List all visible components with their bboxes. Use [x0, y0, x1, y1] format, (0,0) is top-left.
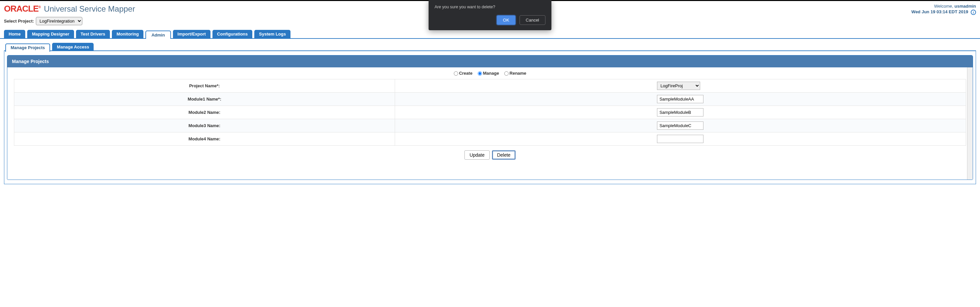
radio-create[interactable]: [454, 72, 458, 76]
module4-label: Module4 Name:: [14, 132, 395, 145]
tab-admin[interactable]: Admin: [145, 30, 171, 39]
tab-mapping-designer[interactable]: Mapping Designer: [27, 30, 74, 38]
delete-button[interactable]: Delete: [492, 150, 515, 160]
module2-cell: [395, 105, 966, 119]
module1-label: Module1 Name*:: [14, 92, 395, 105]
project-name-select[interactable]: LogFireProj: [657, 82, 700, 90]
tab-system-logs[interactable]: System Logs: [254, 30, 291, 38]
action-radio-group: Create Manage Rename: [7, 67, 973, 79]
project-name-label: Project Name*:: [14, 79, 395, 92]
oracle-logo: ORACLE®: [4, 4, 40, 14]
datetime-label: Wed Jun 19 03:14 EDT 2019: [911, 9, 968, 14]
app-title: Universal Service Mapper: [44, 4, 135, 14]
module3-label: Module3 Name:: [14, 119, 395, 132]
confirm-dialog: Are you sure you want to delete? OK Canc…: [429, 0, 551, 30]
project-form-table: Project Name*: LogFireProj Module1 Name*…: [14, 79, 966, 146]
tab-home[interactable]: Home: [4, 30, 25, 38]
manage-projects-panel: Manage Projects Create Manage Rename Pro…: [7, 55, 973, 180]
module4-input[interactable]: [657, 135, 703, 143]
radio-rename[interactable]: [504, 72, 509, 76]
brand-area: ORACLE® Universal Service Mapper: [4, 4, 135, 14]
tab-configurations[interactable]: Configurations: [212, 30, 252, 38]
button-row: Update Delete: [7, 146, 973, 180]
subtab-manage-projects[interactable]: Manage Projects: [5, 43, 50, 52]
project-select[interactable]: LogFireIntegration: [36, 17, 82, 25]
welcome-label: Welcome,: [934, 4, 955, 9]
module1-input[interactable]: [657, 95, 703, 103]
module2-input[interactable]: [657, 108, 703, 116]
module3-input[interactable]: [657, 121, 703, 130]
sub-tabstrip-wrap: Manage Projects Manage Access: [4, 42, 976, 51]
tab-import-export[interactable]: Import/Export: [173, 30, 210, 38]
radio-create-text: Create: [459, 71, 473, 76]
subtab-manage-access[interactable]: Manage Access: [52, 43, 94, 51]
table-row: Project Name*: LogFireProj: [14, 79, 966, 92]
welcome-line: Welcome, usmadmin: [911, 4, 976, 9]
module1-cell: [395, 92, 966, 105]
dialog-ok-button[interactable]: OK: [496, 15, 515, 25]
project-select-label: Select Project:: [4, 19, 34, 24]
radio-rename-text: Rename: [509, 71, 527, 76]
table-row: Module4 Name:: [14, 132, 966, 145]
table-row: Module3 Name:: [14, 119, 966, 132]
radio-manage[interactable]: [478, 72, 482, 76]
module2-label: Module2 Name:: [14, 105, 395, 119]
radio-create-label[interactable]: Create: [454, 71, 473, 76]
panel-header: Manage Projects: [7, 56, 973, 67]
radio-manage-label[interactable]: Manage: [478, 71, 499, 76]
panel-body: Create Manage Rename Project Name*: LogF…: [7, 67, 973, 180]
module3-cell: [395, 119, 966, 132]
header-right: Welcome, usmadmin Wed Jun 19 03:14 EDT 2…: [911, 4, 976, 15]
dialog-button-row: OK Cancel: [434, 15, 546, 25]
radio-rename-label[interactable]: Rename: [504, 71, 527, 76]
dialog-cancel-button[interactable]: Cancel: [520, 15, 546, 25]
tab-test-drivers[interactable]: Test Drivers: [76, 30, 110, 38]
radio-manage-text: Manage: [483, 71, 499, 76]
main-tabstrip: Home Mapping Designer Test Drivers Monit…: [0, 30, 980, 39]
tab-monitoring[interactable]: Monitoring: [112, 30, 143, 38]
table-row: Module2 Name:: [14, 105, 966, 119]
update-button[interactable]: Update: [465, 150, 489, 160]
table-row: Module1 Name*:: [14, 92, 966, 105]
scrollbar[interactable]: [967, 67, 973, 180]
content-area: Manage Projects Create Manage Rename Pro…: [4, 51, 976, 184]
sub-tabstrip: Manage Projects Manage Access: [4, 43, 976, 51]
welcome-user: usmadmin: [955, 4, 976, 9]
project-name-cell: LogFireProj: [395, 79, 966, 92]
module4-cell: [395, 132, 966, 145]
dialog-message: Are you sure you want to delete?: [434, 5, 546, 9]
info-icon[interactable]: i: [971, 10, 976, 15]
